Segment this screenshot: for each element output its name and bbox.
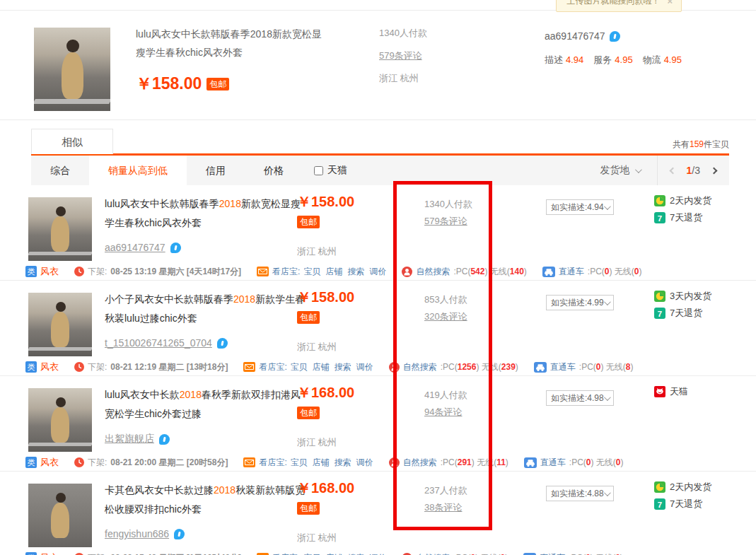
wangwang-icon[interactable] <box>174 529 185 539</box>
tmall-cat-icon <box>654 386 665 397</box>
product-thumbnail[interactable] <box>28 293 92 356</box>
title-highlight: 2018 <box>219 198 241 209</box>
category-name[interactable]: 风衣 <box>40 456 59 469</box>
product-thumbnail[interactable] <box>28 197 92 261</box>
list-item: 卡其色风衣女中长款过膝2018秋装新款韩版宽松收腰双排扣chic外套 fengy… <box>0 472 756 555</box>
result-list: lulu风衣女中长款韩版春季2018新款宽松显瘦学生春秋chic风衣外套 aa6… <box>0 185 756 555</box>
kandianbao-links: 宝贝店铺搜索调价 <box>291 361 373 373</box>
sort-default[interactable]: 综合 <box>31 156 89 185</box>
chevron-down-icon <box>634 166 641 173</box>
thumb-art <box>62 52 83 99</box>
location: 浙江 杭州 <box>297 341 337 354</box>
desc-rating-select[interactable]: 如实描述:4.98 <box>546 390 614 406</box>
product-header: lulu风衣女中长款韩版春季2018新款宽松显瘦学生春秋chic风衣外套 ￥15… <box>0 11 756 120</box>
category-name[interactable]: 风衣 <box>40 551 59 555</box>
product-thumbnail[interactable] <box>28 388 92 452</box>
total-count-number: 159 <box>690 139 704 149</box>
kandianbao-mail-icon <box>257 267 269 276</box>
header-product-title[interactable]: lulu风衣女中长款韩版春季2018新款宽松显瘦学生春秋chic风衣外套 <box>136 25 325 62</box>
row-footer: 类风衣 下架:08-22 15:42 星期三 [1天16时40分] 看店宝:宝贝… <box>0 549 756 555</box>
offshelf-clock-icon <box>74 457 84 467</box>
product-title[interactable]: lulu风衣女中长款2018春秋季新款双排扣港风宽松学生chic外套过膝 <box>105 385 310 423</box>
seven-day-return-icon: 7 <box>654 212 665 223</box>
next-page-icon[interactable] <box>711 167 718 174</box>
product-title[interactable]: 卡其色风衣女中长款过膝2018秋装新款韩版宽松收腰双排扣chic外套 <box>105 481 310 519</box>
kdb-link-item[interactable]: 店铺 <box>313 457 330 469</box>
tab-similar[interactable]: 相似 <box>31 129 113 154</box>
prev-page-icon[interactable] <box>669 167 676 174</box>
comments-link[interactable]: 94条评论 <box>424 406 462 419</box>
kdb-link-item[interactable]: 调价 <box>356 361 373 373</box>
seven-day-return-icon: 7 <box>654 308 665 319</box>
kdb-link-item[interactable]: 搜索 <box>335 361 351 373</box>
chevron-down-icon <box>604 489 611 496</box>
kdb-link-item[interactable]: 调价 <box>356 457 373 469</box>
wangwang-icon[interactable] <box>159 434 170 445</box>
seller-link[interactable]: t_1510026741265_0704 <box>105 337 212 349</box>
kandianbao-links: 宝贝店铺搜索调价 <box>303 552 386 555</box>
kdb-link-item[interactable]: 搜索 <box>335 457 351 469</box>
ztc-car-icon <box>542 267 555 277</box>
tmall-filter[interactable]: 天猫 <box>314 156 347 185</box>
price: ￥158.00 <box>297 192 354 211</box>
product-title[interactable]: 小个子风衣女中长款韩版春季2018新款学生春秋装lulu过膝chic外套 <box>105 290 310 328</box>
sort-sales-desc[interactable]: 销量从高到低 <box>89 156 187 185</box>
tooltip-close-icon[interactable]: × <box>667 0 673 6</box>
ztc-stats: :PC(0) 无线(0) <box>569 457 624 469</box>
kdb-link-item[interactable]: 店铺 <box>325 552 342 555</box>
kdb-link-item[interactable]: 店铺 <box>325 266 342 278</box>
wangwang-icon[interactable] <box>217 338 228 349</box>
category-name[interactable]: 风衣 <box>40 265 59 278</box>
header-product-thumbnail[interactable] <box>34 28 110 111</box>
wangwang-icon[interactable] <box>610 31 620 42</box>
tmall-checkbox[interactable] <box>314 166 323 175</box>
offshelf-time: 08-22 15:42 星期三 [1天16时40分] <box>110 552 241 555</box>
chevron-down-icon <box>604 203 611 210</box>
seller-link[interactable]: aa691476747 <box>105 242 165 253</box>
price: ￥158.00 <box>297 288 354 307</box>
ship-from-dropdown[interactable]: 发货地 <box>583 156 657 185</box>
header-comments-link[interactable]: 579条评论 <box>379 49 427 62</box>
svg-text:7: 7 <box>658 310 662 318</box>
seller-link[interactable]: 出絮旗舰店 <box>105 433 154 445</box>
product-title[interactable]: lulu风衣女中长款韩版春季2018新款宽松显瘦学生春秋chic风衣外套 <box>105 194 310 233</box>
comments-link[interactable]: 320条评论 <box>424 310 467 323</box>
free-shipping-badge: 包邮 <box>297 502 320 515</box>
kandianbao-mail-icon <box>243 362 255 372</box>
seller-link[interactable]: fengyishun686 <box>105 528 169 539</box>
comments-link[interactable]: 38条评论 <box>424 501 462 514</box>
desc-rating-select[interactable]: 如实描述:4.88 <box>546 486 614 501</box>
tooltip-text: 上传图片就能搜同款啦！ <box>566 0 660 7</box>
kdb-link-item[interactable]: 搜索 <box>347 266 364 278</box>
kdb-link-item[interactable]: 宝贝 <box>303 552 320 555</box>
sort-credit[interactable]: 信用 <box>187 156 245 185</box>
service-tmall: 天猫 <box>654 385 688 398</box>
category-name[interactable]: 风衣 <box>40 361 59 373</box>
free-shipping-badge: 包邮 <box>297 407 320 419</box>
list-item: lulu风衣女中长款韩版春季2018新款宽松显瘦学生春秋chic风衣外套 aa6… <box>0 185 756 281</box>
category-tag-icon: 类 <box>25 552 37 555</box>
product-thumbnail[interactable] <box>28 484 92 547</box>
kandianbao-mail-icon <box>243 457 255 467</box>
desc-rating-select[interactable]: 如实描述:4.94 <box>546 199 614 215</box>
kdb-link-item[interactable]: 店铺 <box>313 361 330 373</box>
offshelf-time: 08-21 20:00 星期二 [20时58分] <box>110 457 228 469</box>
list-item: lulu风衣女中长款2018春秋季新款双排扣港风宽松学生chic外套过膝 出絮旗… <box>0 376 756 472</box>
kdb-link-item[interactable]: 调价 <box>369 552 386 555</box>
offshelf-clock-icon <box>74 362 84 372</box>
rating-service: 服务4.95 <box>593 54 632 66</box>
kdb-link-item[interactable]: 调价 <box>369 266 386 278</box>
desc-rating-select[interactable]: 如实描述:4.99 <box>546 295 614 310</box>
kdb-link-item[interactable]: 宝贝 <box>291 361 308 373</box>
wangwang-icon[interactable] <box>170 243 181 253</box>
header-seller-name[interactable]: aa691476747 <box>545 30 605 42</box>
service-fast-ship: 3天内发货 <box>654 290 711 303</box>
kdb-link-item[interactable]: 搜索 <box>347 552 364 555</box>
kdb-link-item[interactable]: 宝贝 <box>291 457 308 469</box>
offshelf-clock-icon <box>74 267 84 276</box>
natural-search-stats: :PC(542) 无线(140) <box>453 266 526 278</box>
kdb-link-item[interactable]: 宝贝 <box>303 266 320 278</box>
comments-link[interactable]: 579条评论 <box>424 215 467 228</box>
free-shipping-badge: 包邮 <box>297 311 320 324</box>
sort-price[interactable]: 价格 <box>245 156 303 185</box>
